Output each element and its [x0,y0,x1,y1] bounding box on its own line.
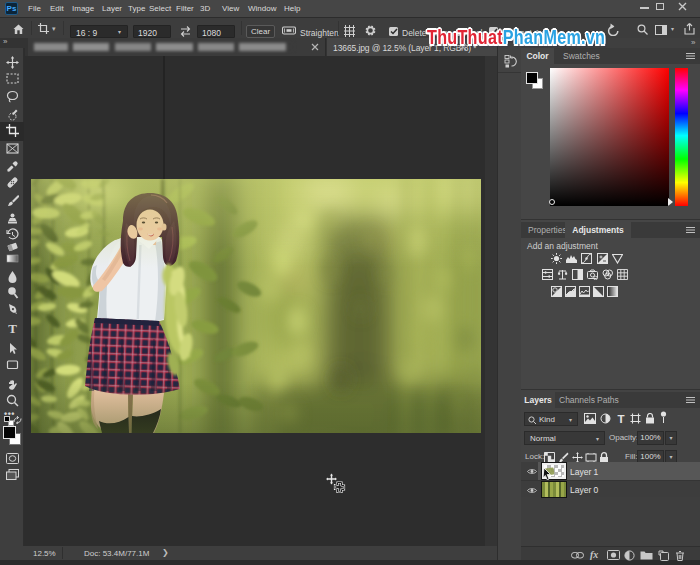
svg-text:T: T [8,322,17,335]
svg-text:T: T [617,413,624,424]
